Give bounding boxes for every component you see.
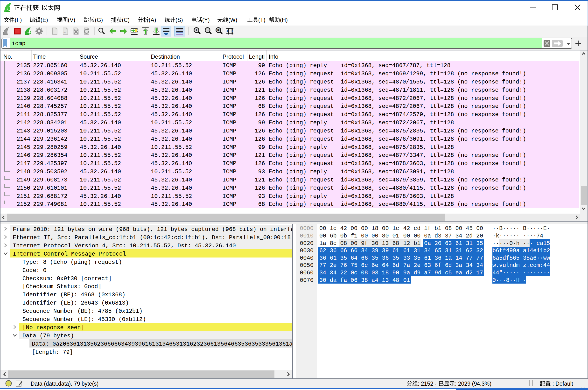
svg-text:−: − bbox=[206, 28, 208, 32]
svg-text:=: = bbox=[217, 28, 219, 32]
svg-text:+: + bbox=[195, 28, 197, 32]
svg-text:010: 010 bbox=[64, 31, 67, 34]
